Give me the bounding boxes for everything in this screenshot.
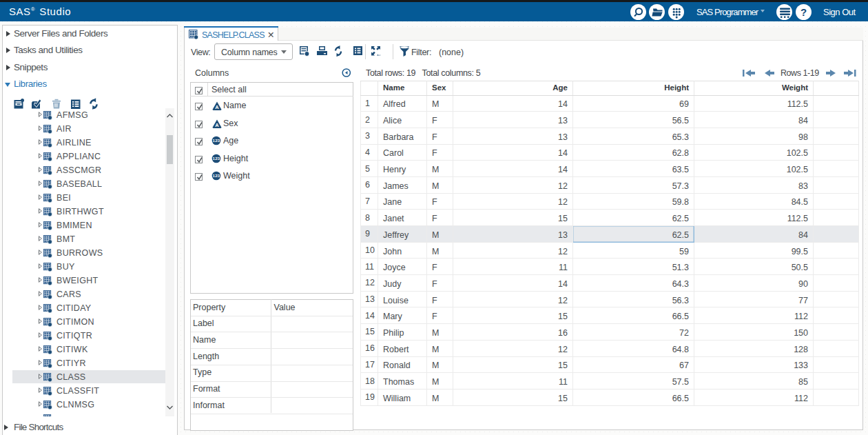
svg-text:123: 123 [213, 138, 220, 143]
svg-text:123: 123 [213, 156, 220, 161]
svg-text:123: 123 [213, 173, 220, 178]
svg-text:A: A [215, 122, 219, 128]
svg-text:?: ? [800, 6, 807, 18]
svg-text:A: A [215, 104, 219, 110]
